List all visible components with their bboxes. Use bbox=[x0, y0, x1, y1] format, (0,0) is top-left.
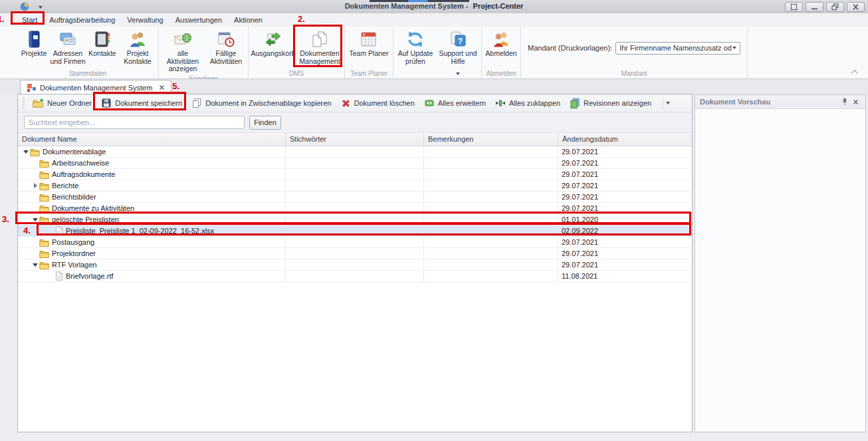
table-row-postausgang[interactable]: Postausgang29.07.2021 bbox=[18, 237, 692, 248]
tree-expanded-icon[interactable] bbox=[33, 218, 38, 221]
new-folder-icon bbox=[33, 98, 44, 108]
ribbon-button-projekt-kontakte[interactable]: Projekt Kontakte bbox=[118, 28, 157, 67]
table-row-rtf-vorlagen[interactable]: RTF Vorlagen29.07.2021 bbox=[18, 259, 692, 271]
document-name: RTF Vorlagen bbox=[52, 261, 97, 269]
table-row-dokumentenablage[interactable]: Dokumentenablage29.07.2021 bbox=[18, 146, 692, 158]
ribbon-group-sonstiges: alle Aktivitäten anzeigenFällige Aktivit… bbox=[159, 27, 249, 78]
folder-icon bbox=[39, 261, 49, 269]
bemerkungen-cell bbox=[424, 146, 558, 157]
search-input[interactable] bbox=[24, 116, 245, 129]
ribbon-button-label: Ausgangskorb bbox=[251, 50, 295, 58]
ribbon-button-dokumenten-management[interactable]: Dokumenten Management bbox=[296, 28, 343, 67]
collapse-ribbon-button[interactable] bbox=[851, 68, 860, 76]
ribbon-button-label: Projekt Kontakte bbox=[119, 50, 156, 65]
ribbon-button-kontakte[interactable]: Kontakte bbox=[86, 28, 118, 59]
preview-close-icon[interactable] bbox=[850, 97, 861, 107]
folder-icon bbox=[39, 204, 49, 213]
column-header-bemerkungen[interactable]: Bemerkungen bbox=[424, 133, 558, 146]
folder-icon bbox=[39, 193, 49, 202]
ribbon-button-auf-update-pruefen[interactable]: Auf Update prüfen bbox=[395, 28, 436, 67]
toolbar-button-alles-erweitern[interactable]: Alles erweitern bbox=[419, 96, 490, 110]
ribbon-group-label: Team Planer bbox=[346, 69, 391, 78]
collapse-all-icon bbox=[495, 98, 506, 108]
ribbon-button-label: Support und Hilfe bbox=[437, 50, 479, 65]
folder-icon bbox=[39, 238, 49, 247]
ribbon-group-label: DMS bbox=[250, 69, 343, 78]
table-row-berichtsbilder[interactable]: Berichtsbilder29.07.2021 bbox=[18, 192, 692, 203]
column-header-stichwoerter[interactable]: Stichwörter bbox=[286, 133, 424, 146]
table-row-projektordner[interactable]: Projektordner29.07.2021 bbox=[18, 248, 692, 259]
tab-label: Dokumenten Management System bbox=[40, 84, 152, 92]
menu-item-auftragsbearbeitung[interactable]: Auftragsbearbeitung bbox=[43, 15, 121, 25]
window-title: Dokumenten Management System - Project-C… bbox=[0, 2, 868, 10]
toolbar-button-alles-zuklappen[interactable]: Alles zuklappen bbox=[490, 96, 565, 110]
folder-icon bbox=[39, 170, 49, 179]
toolbar-button-label: Neuer Ordner bbox=[47, 99, 92, 107]
close-button[interactable] bbox=[847, 2, 865, 12]
people-icon bbox=[128, 30, 147, 49]
titlebar: Dokumenten Management System - Project-C… bbox=[0, 0, 868, 13]
toolbar-overflow-button[interactable] bbox=[663, 97, 672, 109]
ribbon-button-adressen-und-firmen[interactable]: Adressen und Firmen bbox=[49, 28, 86, 67]
ribbon-button-team-planer[interactable]: Team Planer bbox=[346, 28, 391, 59]
pin-icon[interactable] bbox=[839, 97, 850, 107]
ribbon-group-label: Mandant bbox=[522, 69, 746, 78]
column-header-dokument-name[interactable]: Dokument Name bbox=[18, 133, 286, 146]
minimize-button[interactable] bbox=[806, 2, 823, 12]
toolbar-button-label: Dokument in Zwischenablage kopieren bbox=[205, 99, 332, 107]
ribbon-group-team-planer: Team PlanerTeam Planer bbox=[345, 27, 393, 78]
fullscreen-button[interactable] bbox=[785, 2, 803, 12]
bemerkungen-cell bbox=[424, 203, 558, 214]
table-row-geloeschte-preislisten[interactable]: gelöschte Preislisten01.01.2020 bbox=[18, 214, 692, 225]
document-tree: Dokumentenablage29.07.2021Arbeitsnachwei… bbox=[18, 146, 692, 282]
address-cards-icon bbox=[58, 30, 77, 49]
ribbon-button-abmelden[interactable]: Abmelden bbox=[483, 28, 519, 59]
menu-item-start[interactable]: Start bbox=[16, 15, 43, 25]
file-icon bbox=[55, 226, 63, 235]
table-row-preisliste-preisliste-1-02-09-2022-16-52[interactable]: Preisliste_Preisliste 1_02-09-2022_16-52… bbox=[18, 225, 692, 237]
tab-close-icon[interactable] bbox=[159, 84, 165, 90]
menu-item-verwaltung[interactable]: Verwaltung bbox=[121, 15, 169, 25]
restore-button[interactable] bbox=[826, 2, 844, 12]
aenderungsdatum-cell: 29.07.2021 bbox=[558, 203, 692, 214]
stichwoerter-cell bbox=[286, 192, 424, 202]
ribbon-button-label: Adressen und Firmen bbox=[50, 50, 86, 65]
copy-icon bbox=[191, 98, 202, 108]
mandant-combobox[interactable]: Ihr Firmenname Namenszusatz od... bbox=[615, 42, 740, 55]
table-row-auftragsdokumente[interactable]: Auftragsdokumente29.07.2021 bbox=[18, 169, 692, 180]
folder-icon bbox=[39, 159, 49, 168]
toolbar-grip[interactable] bbox=[23, 98, 25, 108]
table-row-arbeitsnachweise[interactable]: Arbeitsnachweise29.07.2021 bbox=[18, 158, 692, 169]
ribbon-button-projekte[interactable]: Projekte bbox=[19, 28, 49, 59]
tab-dokumenten-management-system[interactable]: Dokumenten Management System bbox=[20, 80, 171, 94]
column-header-aenderungsdatum[interactable]: Änderungsdatum bbox=[558, 133, 692, 146]
aenderungsdatum-cell: 29.07.2021 bbox=[558, 259, 692, 270]
document-name: Auftragsdokumente bbox=[52, 170, 115, 178]
document-tab-bar: Dokumenten Management System bbox=[0, 79, 868, 94]
search-bar: Finden bbox=[18, 112, 692, 133]
table-row-berichte[interactable]: Berichte29.07.2021 bbox=[18, 180, 692, 192]
ribbon-button-alle-aktivitaeten-anzeigen[interactable]: alle Aktivitäten anzeigen bbox=[160, 28, 205, 74]
toolbar-button-dokument-loeschen[interactable]: Dokument löschen bbox=[336, 96, 419, 110]
ribbon-button-support-und-hilfe[interactable]: ?Support und Hilfe bbox=[436, 28, 480, 79]
find-button[interactable]: Finden bbox=[249, 116, 281, 130]
toolbar-button-revisionen-anzeigen[interactable]: Revisionen anzeigen bbox=[565, 96, 656, 110]
svg-text:?: ? bbox=[458, 37, 463, 46]
folder-icon bbox=[30, 148, 40, 156]
document-name: Dokumentenablage bbox=[43, 148, 106, 156]
aenderungsdatum-cell: 29.07.2021 bbox=[558, 169, 692, 180]
menu-item-aktionen[interactable]: Aktionen bbox=[228, 15, 269, 25]
table-row-dokumente-zu-aktivitaeten[interactable]: Dokumente zu Aktivitäten29.07.2021 bbox=[18, 203, 692, 214]
table-row-briefvorlage-rtf[interactable]: Briefvorlage.rtf11.08.2021 bbox=[18, 271, 692, 282]
toolbar-button-neuer-ordner[interactable]: Neuer Ordner bbox=[28, 96, 96, 110]
tree-expanded-icon[interactable] bbox=[33, 263, 38, 267]
ribbon-button-ausgangskorb[interactable]: Ausgangskorb bbox=[250, 28, 296, 59]
toolbar-button-dokument-speichern[interactable]: Dokument speichern bbox=[96, 96, 187, 110]
grid-header: Dokument NameStichwörterBemerkungenÄnder… bbox=[18, 133, 692, 146]
toolbar-button-dokument-in-zwischenablage-kopieren[interactable]: Dokument in Zwischenablage kopieren bbox=[187, 96, 336, 110]
ribbon-button-faellige-aktivitaeten[interactable]: Fällige Aktivitäten bbox=[205, 28, 247, 67]
tree-collapsed-icon[interactable] bbox=[34, 183, 37, 188]
menu-item-auswertungen[interactable]: Auswertungen bbox=[169, 15, 228, 25]
document-name: Berichtsbilder bbox=[52, 193, 96, 201]
tree-expanded-icon[interactable] bbox=[23, 150, 29, 154]
